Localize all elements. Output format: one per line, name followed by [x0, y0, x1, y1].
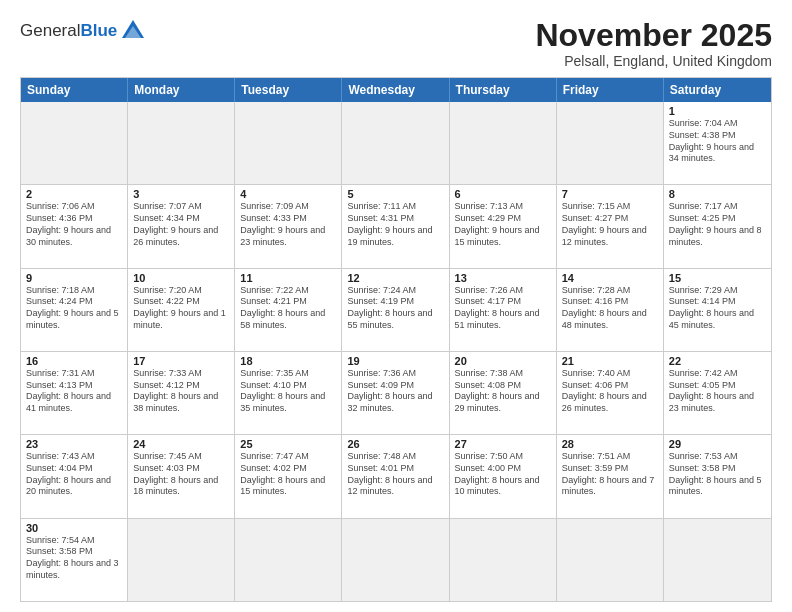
calendar-week-4: 16Sunrise: 7:31 AM Sunset: 4:13 PM Dayli… [21, 351, 771, 434]
day-number: 25 [240, 438, 336, 450]
logo-text: GeneralBlue [20, 21, 117, 41]
day-info: Sunrise: 7:38 AM Sunset: 4:08 PM Dayligh… [455, 368, 551, 415]
calendar-cell-5-6: 28Sunrise: 7:51 AM Sunset: 3:59 PM Dayli… [557, 435, 664, 517]
day-number: 26 [347, 438, 443, 450]
day-number: 19 [347, 355, 443, 367]
calendar-cell-6-3 [235, 519, 342, 601]
day-info: Sunrise: 7:48 AM Sunset: 4:01 PM Dayligh… [347, 451, 443, 498]
calendar-cell-1-3 [235, 102, 342, 184]
day-info: Sunrise: 7:26 AM Sunset: 4:17 PM Dayligh… [455, 285, 551, 332]
day-info: Sunrise: 7:17 AM Sunset: 4:25 PM Dayligh… [669, 201, 766, 248]
header-thursday: Thursday [450, 78, 557, 102]
calendar-cell-5-4: 26Sunrise: 7:48 AM Sunset: 4:01 PM Dayli… [342, 435, 449, 517]
calendar-cell-4-7: 22Sunrise: 7:42 AM Sunset: 4:05 PM Dayli… [664, 352, 771, 434]
day-info: Sunrise: 7:07 AM Sunset: 4:34 PM Dayligh… [133, 201, 229, 248]
calendar-cell-1-5 [450, 102, 557, 184]
calendar-cell-2-1: 2Sunrise: 7:06 AM Sunset: 4:36 PM Daylig… [21, 185, 128, 267]
logo: GeneralBlue [20, 18, 144, 44]
day-number: 15 [669, 272, 766, 284]
day-info: Sunrise: 7:40 AM Sunset: 4:06 PM Dayligh… [562, 368, 658, 415]
calendar-cell-2-2: 3Sunrise: 7:07 AM Sunset: 4:34 PM Daylig… [128, 185, 235, 267]
day-number: 22 [669, 355, 766, 367]
day-number: 17 [133, 355, 229, 367]
day-number: 2 [26, 188, 122, 200]
calendar-cell-4-6: 21Sunrise: 7:40 AM Sunset: 4:06 PM Dayli… [557, 352, 664, 434]
day-info: Sunrise: 7:29 AM Sunset: 4:14 PM Dayligh… [669, 285, 766, 332]
calendar-cell-1-1 [21, 102, 128, 184]
calendar-week-5: 23Sunrise: 7:43 AM Sunset: 4:04 PM Dayli… [21, 434, 771, 517]
day-number: 21 [562, 355, 658, 367]
calendar-cell-6-2 [128, 519, 235, 601]
calendar-cell-2-3: 4Sunrise: 7:09 AM Sunset: 4:33 PM Daylig… [235, 185, 342, 267]
day-number: 4 [240, 188, 336, 200]
day-number: 5 [347, 188, 443, 200]
calendar-cell-3-1: 9Sunrise: 7:18 AM Sunset: 4:24 PM Daylig… [21, 269, 128, 351]
calendar-cell-4-1: 16Sunrise: 7:31 AM Sunset: 4:13 PM Dayli… [21, 352, 128, 434]
calendar-week-6: 30Sunrise: 7:54 AM Sunset: 3:58 PM Dayli… [21, 518, 771, 601]
calendar-cell-2-6: 7Sunrise: 7:15 AM Sunset: 4:27 PM Daylig… [557, 185, 664, 267]
calendar-cell-6-1: 30Sunrise: 7:54 AM Sunset: 3:58 PM Dayli… [21, 519, 128, 601]
calendar-cell-6-5 [450, 519, 557, 601]
day-number: 9 [26, 272, 122, 284]
day-info: Sunrise: 7:28 AM Sunset: 4:16 PM Dayligh… [562, 285, 658, 332]
calendar-cell-4-3: 18Sunrise: 7:35 AM Sunset: 4:10 PM Dayli… [235, 352, 342, 434]
calendar-cell-6-7 [664, 519, 771, 601]
day-number: 29 [669, 438, 766, 450]
day-info: Sunrise: 7:42 AM Sunset: 4:05 PM Dayligh… [669, 368, 766, 415]
logo-triangle-icon [122, 18, 144, 44]
day-number: 11 [240, 272, 336, 284]
header-sunday: Sunday [21, 78, 128, 102]
calendar-cell-1-7: 1Sunrise: 7:04 AM Sunset: 4:38 PM Daylig… [664, 102, 771, 184]
header-tuesday: Tuesday [235, 78, 342, 102]
calendar: Sunday Monday Tuesday Wednesday Thursday… [20, 77, 772, 602]
calendar-cell-3-2: 10Sunrise: 7:20 AM Sunset: 4:22 PM Dayli… [128, 269, 235, 351]
day-number: 1 [669, 105, 766, 117]
day-number: 20 [455, 355, 551, 367]
day-info: Sunrise: 7:50 AM Sunset: 4:00 PM Dayligh… [455, 451, 551, 498]
day-number: 3 [133, 188, 229, 200]
day-number: 10 [133, 272, 229, 284]
day-number: 8 [669, 188, 766, 200]
header: GeneralBlue November 2025 Pelsall, Engla… [20, 18, 772, 69]
day-info: Sunrise: 7:04 AM Sunset: 4:38 PM Dayligh… [669, 118, 766, 165]
day-info: Sunrise: 7:20 AM Sunset: 4:22 PM Dayligh… [133, 285, 229, 332]
page-title: November 2025 [535, 18, 772, 53]
calendar-cell-3-3: 11Sunrise: 7:22 AM Sunset: 4:21 PM Dayli… [235, 269, 342, 351]
calendar-body: 1Sunrise: 7:04 AM Sunset: 4:38 PM Daylig… [21, 102, 771, 601]
day-info: Sunrise: 7:15 AM Sunset: 4:27 PM Dayligh… [562, 201, 658, 248]
day-number: 18 [240, 355, 336, 367]
day-info: Sunrise: 7:47 AM Sunset: 4:02 PM Dayligh… [240, 451, 336, 498]
day-info: Sunrise: 7:09 AM Sunset: 4:33 PM Dayligh… [240, 201, 336, 248]
day-number: 24 [133, 438, 229, 450]
day-number: 27 [455, 438, 551, 450]
calendar-cell-1-4 [342, 102, 449, 184]
day-info: Sunrise: 7:53 AM Sunset: 3:58 PM Dayligh… [669, 451, 766, 498]
day-info: Sunrise: 7:43 AM Sunset: 4:04 PM Dayligh… [26, 451, 122, 498]
calendar-cell-4-4: 19Sunrise: 7:36 AM Sunset: 4:09 PM Dayli… [342, 352, 449, 434]
calendar-cell-1-2 [128, 102, 235, 184]
calendar-week-1: 1Sunrise: 7:04 AM Sunset: 4:38 PM Daylig… [21, 102, 771, 184]
day-number: 23 [26, 438, 122, 450]
page-subtitle: Pelsall, England, United Kingdom [535, 53, 772, 69]
page: GeneralBlue November 2025 Pelsall, Engla… [0, 0, 792, 612]
calendar-cell-1-6 [557, 102, 664, 184]
day-info: Sunrise: 7:18 AM Sunset: 4:24 PM Dayligh… [26, 285, 122, 332]
calendar-cell-5-2: 24Sunrise: 7:45 AM Sunset: 4:03 PM Dayli… [128, 435, 235, 517]
day-info: Sunrise: 7:45 AM Sunset: 4:03 PM Dayligh… [133, 451, 229, 498]
calendar-cell-3-6: 14Sunrise: 7:28 AM Sunset: 4:16 PM Dayli… [557, 269, 664, 351]
day-info: Sunrise: 7:24 AM Sunset: 4:19 PM Dayligh… [347, 285, 443, 332]
day-info: Sunrise: 7:11 AM Sunset: 4:31 PM Dayligh… [347, 201, 443, 248]
calendar-week-3: 9Sunrise: 7:18 AM Sunset: 4:24 PM Daylig… [21, 268, 771, 351]
day-number: 7 [562, 188, 658, 200]
day-number: 6 [455, 188, 551, 200]
day-number: 28 [562, 438, 658, 450]
calendar-cell-3-7: 15Sunrise: 7:29 AM Sunset: 4:14 PM Dayli… [664, 269, 771, 351]
day-info: Sunrise: 7:51 AM Sunset: 3:59 PM Dayligh… [562, 451, 658, 498]
day-info: Sunrise: 7:06 AM Sunset: 4:36 PM Dayligh… [26, 201, 122, 248]
calendar-cell-6-4 [342, 519, 449, 601]
day-info: Sunrise: 7:33 AM Sunset: 4:12 PM Dayligh… [133, 368, 229, 415]
header-saturday: Saturday [664, 78, 771, 102]
calendar-cell-6-6 [557, 519, 664, 601]
day-number: 16 [26, 355, 122, 367]
day-info: Sunrise: 7:22 AM Sunset: 4:21 PM Dayligh… [240, 285, 336, 332]
